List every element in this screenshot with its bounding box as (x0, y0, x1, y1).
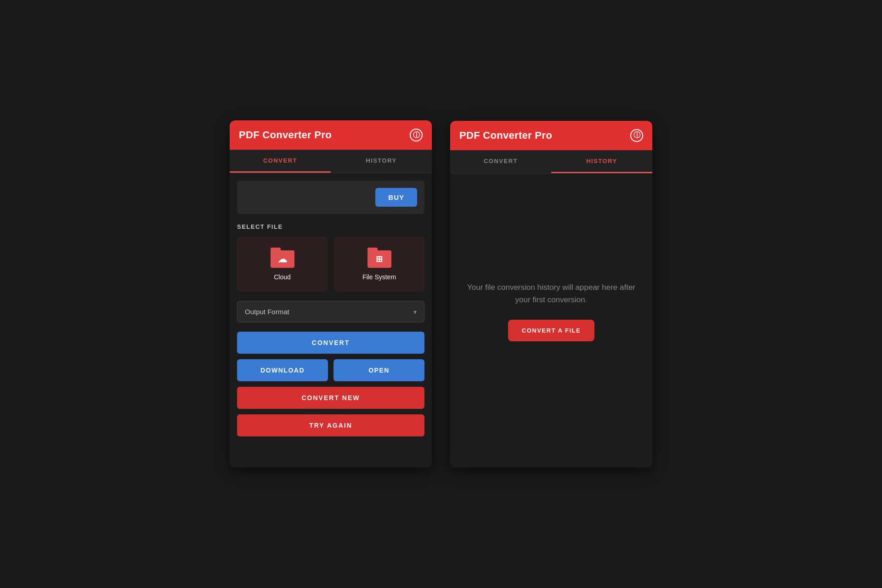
tab-convert-right[interactable]: CONVERT (450, 150, 551, 173)
filesystem-folder-icon: ⊞ (368, 248, 391, 268)
filesystem-option[interactable]: ⊞ File System (334, 237, 424, 292)
promo-banner: BUY (237, 181, 424, 214)
history-content: Your file conversion history will appear… (450, 174, 652, 449)
try-again-button[interactable]: TRY AGAIN (237, 414, 424, 436)
files-icon: ⊞ (376, 254, 383, 264)
tab-history[interactable]: HISTORY (331, 150, 432, 173)
tab-bar: CONVERT HISTORY (230, 150, 432, 173)
action-buttons-row: DOWNLOAD OPEN (237, 359, 424, 381)
filesystem-label: File System (362, 273, 396, 281)
buy-button[interactable]: BUY (375, 188, 417, 207)
convert-new-button[interactable]: CONVERT NEW (237, 387, 424, 409)
output-format-label: Output Format (245, 308, 289, 316)
open-button[interactable]: OPEN (334, 359, 424, 381)
cloud-icon: ☁ (277, 253, 288, 265)
history-empty-message: Your file conversion history will appear… (464, 281, 639, 306)
cloud-option[interactable]: ☁ Cloud (237, 237, 328, 292)
left-phone: PDF Converter Pro ⓘ CONVERT HISTORY BUY … (230, 120, 432, 468)
select-file-label: SELECT FILE (237, 223, 424, 230)
cloud-folder-icon: ☁ (271, 248, 294, 268)
tab-convert[interactable]: CONVERT (230, 150, 331, 173)
info-icon-right[interactable]: ⓘ (630, 129, 643, 142)
cloud-label: Cloud (274, 273, 291, 281)
app-header-right: PDF Converter Pro ⓘ (450, 121, 652, 150)
file-options: ☁ Cloud ⊞ File System (237, 237, 424, 292)
output-format-dropdown[interactable]: Output Format ▾ (237, 301, 424, 322)
convert-file-button[interactable]: CONVERT A FILE (508, 320, 594, 341)
bottom-spacer (230, 449, 432, 468)
chevron-down-icon: ▾ (413, 308, 417, 316)
app-title-right: PDF Converter Pro (459, 130, 552, 141)
info-icon[interactable]: ⓘ (410, 129, 423, 141)
bottom-spacer-right (450, 449, 652, 468)
convert-button[interactable]: CONVERT (237, 332, 424, 354)
download-button[interactable]: DOWNLOAD (237, 359, 328, 381)
app-title: PDF Converter Pro (239, 129, 332, 141)
tab-bar-right: CONVERT HISTORY (450, 150, 652, 174)
right-phone: PDF Converter Pro ⓘ CONVERT HISTORY Your… (450, 121, 652, 468)
app-header: PDF Converter Pro ⓘ (230, 120, 432, 150)
convert-content: BUY SELECT FILE ☁ Cloud (230, 173, 432, 449)
tab-history-right[interactable]: HISTORY (551, 150, 652, 173)
